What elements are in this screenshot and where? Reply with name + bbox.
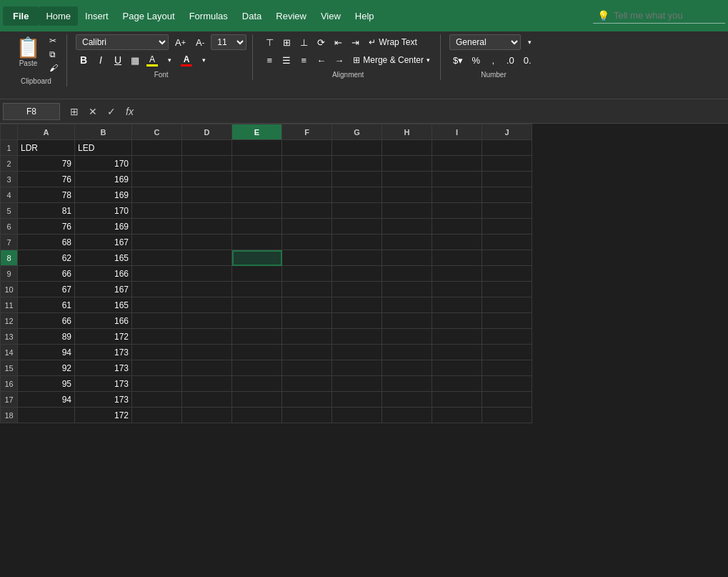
cell-A2[interactable]: 79 (18, 156, 75, 172)
cell-B3[interactable]: 169 (75, 172, 132, 187)
cell-E3[interactable] (232, 172, 282, 187)
decrease-decimal-button[interactable]: 0. (519, 52, 535, 68)
cell-E13[interactable] (232, 329, 282, 345)
cell-A10[interactable]: 67 (18, 282, 75, 297)
wrap-text-button[interactable]: ↵ Wrap Text (364, 35, 422, 49)
number-format-select[interactable]: General (449, 34, 521, 50)
cell-I8[interactable] (432, 250, 482, 266)
row-num-11[interactable]: 11 (1, 297, 18, 313)
cell-B16[interactable]: 173 (75, 376, 132, 392)
cell-I12[interactable] (432, 313, 482, 329)
cell-I15[interactable] (432, 360, 482, 376)
menu-page-layout[interactable]: Page Layout (116, 6, 182, 26)
row-num-3[interactable]: 3 (1, 172, 18, 187)
row-num-8[interactable]: 8 (1, 250, 18, 266)
cell-H1[interactable] (382, 140, 432, 156)
search-box[interactable]: 💡 (593, 9, 725, 24)
cell-J9[interactable] (482, 266, 532, 282)
align-center-button[interactable]: ☰ (279, 52, 294, 68)
cell-B11[interactable]: 165 (75, 297, 132, 313)
confirm-formula-button[interactable]: ✓ (103, 104, 120, 119)
cell-E5[interactable] (232, 203, 282, 219)
cell-C14[interactable] (132, 345, 182, 360)
cell-I1[interactable] (432, 140, 482, 156)
align-bottom-button[interactable]: ⊥ (296, 34, 311, 50)
cell-D7[interactable] (182, 235, 232, 250)
row-num-18[interactable]: 18 (1, 408, 18, 423)
cell-E10[interactable] (232, 282, 282, 297)
cell-E12[interactable] (232, 313, 282, 329)
cell-I10[interactable] (432, 282, 482, 297)
menu-help[interactable]: Help (348, 6, 382, 26)
cell-B9[interactable]: 166 (75, 266, 132, 282)
cell-D13[interactable] (182, 329, 232, 345)
cell-C5[interactable] (132, 203, 182, 219)
cell-G10[interactable] (332, 282, 382, 297)
cell-C13[interactable] (132, 329, 182, 345)
cell-J17[interactable] (482, 392, 532, 408)
cell-B7[interactable]: 167 (75, 235, 132, 250)
formula-input[interactable] (141, 103, 725, 120)
row-num-16[interactable]: 16 (1, 376, 18, 392)
cell-C7[interactable] (132, 235, 182, 250)
merge-center-button[interactable]: ⊞ Merge & Center ▾ (349, 53, 434, 67)
cell-G18[interactable] (332, 408, 382, 423)
cut-button[interactable]: ✂ (46, 34, 61, 47)
menu-formulas[interactable]: Formulas (182, 6, 235, 26)
cell-H9[interactable] (382, 266, 432, 282)
cell-A14[interactable]: 94 (18, 345, 75, 360)
cell-D4[interactable] (182, 187, 232, 203)
search-input[interactable] (614, 10, 721, 21)
indent-increase-button[interactable]: ⇥ (347, 34, 363, 50)
cell-A4[interactable]: 78 (18, 187, 75, 203)
cell-B12[interactable]: 166 (75, 313, 132, 329)
cell-F17[interactable] (282, 392, 332, 408)
cell-A1[interactable]: LDR (18, 140, 75, 156)
cell-B6[interactable]: 169 (75, 219, 132, 235)
cell-J13[interactable] (482, 329, 532, 345)
cancel-formula-button[interactable]: ✕ (84, 104, 101, 119)
row-num-9[interactable]: 9 (1, 266, 18, 282)
cell-B5[interactable]: 170 (75, 203, 132, 219)
cell-G1[interactable] (332, 140, 382, 156)
col-header-b[interactable]: B (75, 124, 132, 140)
cell-G15[interactable] (332, 360, 382, 376)
cell-C17[interactable] (132, 392, 182, 408)
paste-button[interactable]: 📋 Paste (11, 34, 45, 74)
cell-F3[interactable] (282, 172, 332, 187)
cell-H3[interactable] (382, 172, 432, 187)
cell-C12[interactable] (132, 313, 182, 329)
cell-I5[interactable] (432, 203, 482, 219)
cell-F2[interactable] (282, 156, 332, 172)
cell-F9[interactable] (282, 266, 332, 282)
cell-C18[interactable] (132, 408, 182, 423)
cell-H13[interactable] (382, 329, 432, 345)
cell-G8[interactable] (332, 250, 382, 266)
currency-button[interactable]: $▾ (449, 52, 467, 68)
cell-B10[interactable]: 167 (75, 282, 132, 297)
cell-D16[interactable] (182, 376, 232, 392)
cell-H18[interactable] (382, 408, 432, 423)
cell-H12[interactable] (382, 313, 432, 329)
align-left-button[interactable]: ≡ (261, 52, 277, 68)
increase-decimal-button[interactable]: .0 (502, 52, 518, 68)
col-header-g[interactable]: G (332, 124, 382, 140)
col-header-h[interactable]: H (382, 124, 432, 140)
cell-F15[interactable] (282, 360, 332, 376)
cell-H14[interactable] (382, 345, 432, 360)
shrink-font-button[interactable]: A- (192, 34, 208, 50)
cell-C8[interactable] (132, 250, 182, 266)
cell-D18[interactable] (182, 408, 232, 423)
cell-C9[interactable] (132, 266, 182, 282)
row-num-12[interactable]: 12 (1, 313, 18, 329)
cell-J14[interactable] (482, 345, 532, 360)
cell-J6[interactable] (482, 219, 532, 235)
cell-B13[interactable]: 172 (75, 329, 132, 345)
cell-F4[interactable] (282, 187, 332, 203)
cell-G16[interactable] (332, 376, 382, 392)
row-num-7[interactable]: 7 (1, 235, 18, 250)
cell-C1[interactable] (132, 140, 182, 156)
menu-review[interactable]: Review (269, 6, 314, 26)
col-header-d[interactable]: D (182, 124, 232, 140)
cell-D6[interactable] (182, 219, 232, 235)
